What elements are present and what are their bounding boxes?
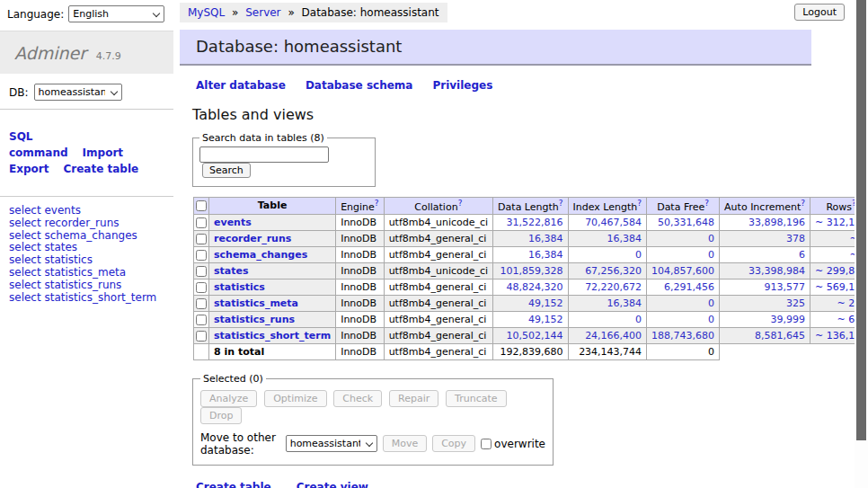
help-icon[interactable]: ?: [637, 199, 642, 208]
row-checkbox[interactable]: [196, 266, 207, 277]
index-length-cell: 67,256,320: [568, 262, 647, 279]
row-checkbox[interactable]: [196, 315, 207, 325]
export-link[interactable]: Export: [9, 163, 49, 175]
data-length-cell: 49,152: [493, 295, 568, 311]
privileges-link[interactable]: Privileges: [432, 79, 492, 92]
move-button[interactable]: Move: [383, 435, 428, 452]
table-link[interactable]: states: [214, 265, 249, 277]
search-legend: Search data in tables (8): [199, 132, 327, 144]
optimize-button[interactable]: Optimize: [264, 390, 326, 407]
check-button[interactable]: Check: [333, 390, 382, 407]
repair-button[interactable]: Repair: [389, 390, 438, 407]
analyze-button[interactable]: Analyze: [200, 390, 257, 407]
sidebar-item-select-events[interactable]: select events: [9, 205, 164, 217]
create-table-link-sidebar[interactable]: Create table: [63, 163, 138, 175]
help-icon[interactable]: ?: [801, 199, 805, 208]
search-input[interactable]: [199, 146, 329, 163]
tables-and-views-heading: Tables and views: [192, 106, 811, 123]
row-checkbox[interactable]: [196, 298, 207, 309]
table-row: statistics InnoDB utf8mb4_general_ci 48,…: [194, 279, 868, 295]
table-link[interactable]: events: [214, 217, 252, 228]
table-header-row: Table Engine? Collation? Data Length? In…: [194, 198, 868, 215]
data-length-cell: 16,384: [493, 246, 568, 262]
breadcrumb-server-link[interactable]: Server: [245, 6, 280, 19]
db-selector-row: DB: homeassistant: [0, 74, 173, 109]
column-header-index-length: Index Length?: [568, 198, 647, 215]
breadcrumb-mysql-link[interactable]: MySQL: [188, 6, 225, 19]
sidebar: Language: English Adminer 4.7.9 DB: home…: [0, 0, 173, 312]
table-row: statistics_meta InnoDB utf8mb4_general_c…: [194, 295, 868, 311]
drop-button[interactable]: Drop: [200, 407, 242, 424]
app-name: Adminer: [14, 43, 86, 63]
sidebar-item-select-states[interactable]: select states: [9, 242, 164, 254]
row-checkbox[interactable]: [196, 331, 207, 342]
app-logo: Adminer 4.7.9: [0, 31, 173, 74]
help-icon[interactable]: ?: [375, 199, 379, 208]
engine-cell: InnoDB: [336, 262, 384, 279]
overwrite-checkbox[interactable]: [481, 439, 492, 449]
engine-cell: InnoDB: [336, 279, 384, 295]
sql-command-link[interactable]: SQL command: [9, 130, 68, 159]
sidebar-item-select-statistics-runs[interactable]: select statistics_runs: [9, 279, 164, 292]
auto-increment-cell: 33,398,984: [720, 262, 810, 279]
move-database-select[interactable]: homeassistant: [286, 435, 377, 452]
row-checkbox[interactable]: [196, 250, 207, 261]
total-label: 8 in total: [209, 343, 336, 359]
data-free-cell: 50,331,648: [647, 214, 720, 230]
breadcrumb-current: Database: homeassistant: [302, 6, 439, 19]
table-link[interactable]: statistics: [214, 281, 265, 293]
index-length-cell: 16,384: [568, 295, 647, 311]
table-link[interactable]: statistics_runs: [214, 314, 295, 325]
table-link[interactable]: schema_changes: [214, 249, 307, 261]
auto-increment-cell: 39,999: [720, 311, 810, 327]
create-table-link[interactable]: Create table: [196, 481, 271, 488]
collation-cell: utf8mb4_unicode_ci: [384, 262, 492, 279]
db-select[interactable]: homeassistant: [34, 84, 122, 101]
scrollbar-thumb[interactable]: [856, 0, 866, 440]
data-free-cell: 0: [647, 311, 720, 327]
scrollbar[interactable]: [855, 0, 868, 488]
total-index-length: 234,143,744: [568, 343, 647, 359]
auto-increment-cell: 325: [720, 295, 810, 311]
breadcrumb: MySQL » Server » Database: homeassistant: [180, 3, 447, 22]
index-length-cell: 0: [568, 246, 647, 262]
sidebar-item-select-statistics-meta[interactable]: select statistics_meta: [9, 267, 164, 279]
sidebar-divider: [0, 109, 173, 110]
column-header-engine: Engine?: [336, 198, 384, 215]
data-free-cell: 0: [647, 246, 720, 262]
import-link[interactable]: Import: [83, 146, 123, 159]
selected-fieldset: Selected (0) Analyze Optimize Check Repa…: [192, 373, 554, 466]
database-schema-link[interactable]: Database schema: [306, 79, 413, 92]
logout-button[interactable]: Logout: [794, 4, 845, 21]
db-label: DB:: [9, 86, 29, 99]
truncate-button[interactable]: Truncate: [446, 390, 506, 407]
row-checkbox[interactable]: [196, 282, 207, 293]
collation-cell: utf8mb4_general_ci: [384, 246, 492, 262]
table-link[interactable]: statistics_short_term: [214, 330, 331, 342]
table-link[interactable]: recorder_runs: [214, 233, 291, 244]
sidebar-item-select-statistics-short-term[interactable]: select statistics_short_term: [9, 292, 164, 305]
language-select[interactable]: English: [68, 5, 164, 22]
sidebar-item-select-statistics[interactable]: select statistics: [9, 254, 164, 267]
alter-database-link[interactable]: Alter database: [196, 79, 286, 92]
help-icon[interactable]: ?: [458, 199, 463, 208]
breadcrumb-separator: »: [288, 6, 294, 19]
create-view-link[interactable]: Create view: [297, 481, 368, 488]
sidebar-table-links: select events select recorder_runs selec…: [0, 197, 173, 312]
row-checkbox[interactable]: [196, 234, 207, 244]
total-collation: utf8mb4_general_ci: [384, 343, 492, 359]
data-length-cell: 31,522,816: [493, 214, 568, 230]
copy-button[interactable]: Copy: [432, 435, 475, 452]
help-icon[interactable]: ?: [559, 199, 563, 208]
row-checkbox[interactable]: [196, 217, 207, 228]
engine-cell: InnoDB: [336, 295, 384, 311]
data-length-cell: 49,152: [493, 311, 568, 327]
select-all-checkbox[interactable]: [196, 200, 207, 211]
table-link[interactable]: statistics_meta: [214, 297, 298, 309]
help-icon[interactable]: ?: [704, 199, 709, 208]
sidebar-item-select-recorder-runs[interactable]: select recorder_runs: [9, 217, 164, 230]
data-free-cell: 104,857,600: [647, 262, 720, 279]
search-button[interactable]: Search: [202, 163, 251, 178]
auto-increment-cell: 6: [720, 246, 810, 262]
sidebar-item-select-schema-changes[interactable]: select schema_changes: [9, 230, 164, 243]
